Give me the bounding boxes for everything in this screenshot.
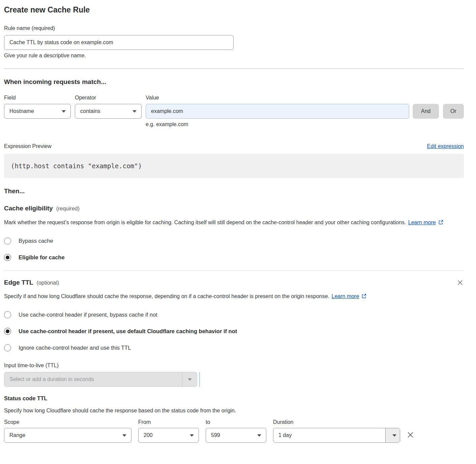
ttl-duration-placeholder: Select or add a duration in seconds xyxy=(4,372,182,386)
edit-expression-link[interactable]: Edit expression xyxy=(427,143,464,149)
scope-label: Scope xyxy=(4,419,131,425)
from-select-value: 200 xyxy=(144,432,186,438)
to-select-value: 599 xyxy=(211,432,254,438)
field-select[interactable]: Hostname xyxy=(4,104,71,119)
scope-select-value: Range xyxy=(9,432,119,438)
create-cache-rule-form: Create new Cache Rule Rule name (require… xyxy=(0,0,476,443)
status-code-ttl-row: Scope Range From 200 to 599 Duration 1 d… xyxy=(4,419,464,443)
chevron-down-icon xyxy=(190,434,194,437)
scope-select[interactable]: Range xyxy=(4,428,131,443)
or-button[interactable]: Or xyxy=(443,104,464,119)
external-link-icon xyxy=(438,219,444,228)
radio-icon xyxy=(4,311,11,318)
rule-name-label: Rule name (required) xyxy=(4,25,464,31)
cache-eligibility-qualifier: (required) xyxy=(56,206,80,212)
from-select[interactable]: 200 xyxy=(138,428,199,443)
to-select[interactable]: 599 xyxy=(206,428,266,443)
radio-cache-control-default[interactable]: Use cache-control header if present, use… xyxy=(4,328,464,335)
remove-status-ttl-icon[interactable] xyxy=(406,431,415,440)
expression-header: Expression Preview Edit expression xyxy=(4,143,464,149)
radio-cache-control-bypass[interactable]: Use cache-control header if present, byp… xyxy=(4,311,464,318)
edge-ttl-description: Specify if and how long Cloudflare shoul… xyxy=(4,292,375,302)
operator-select-value: contains xyxy=(80,108,129,114)
status-code-ttl-description: Specify how long Cloudflare should cache… xyxy=(4,406,464,415)
chevron-down-icon xyxy=(132,110,137,113)
radio-selected-icon xyxy=(4,328,11,335)
duration-select[interactable]: 1 day xyxy=(273,428,400,443)
edge-ttl-title: Edge TTL xyxy=(4,279,33,286)
field-select-value: Hostname xyxy=(9,108,58,114)
radio-selected-icon xyxy=(4,254,11,261)
expression-preview-code: (http.host contains "example.com") xyxy=(4,154,464,178)
chevron-down-icon xyxy=(385,428,400,442)
expression-preview-label: Expression Preview xyxy=(4,143,52,149)
cache-eligibility-title: Cache eligibility xyxy=(4,205,53,212)
value-help: e.g. example.com xyxy=(146,121,409,127)
edge-ttl-qualifier: (optional) xyxy=(37,280,59,286)
status-code-ttl-title: Status code TTL xyxy=(4,395,464,402)
external-link-icon xyxy=(361,292,367,302)
value-label: Value xyxy=(146,94,409,101)
rule-name-help: Give your rule a descriptive name. xyxy=(4,53,464,59)
from-label: From xyxy=(138,419,199,425)
close-icon[interactable] xyxy=(456,279,464,287)
chevron-down-icon xyxy=(182,372,197,386)
radio-eligible-for-cache[interactable]: Eligible for cache xyxy=(4,254,464,261)
learn-more-link[interactable]: Learn more xyxy=(332,293,359,299)
divider xyxy=(4,68,464,69)
learn-more-link[interactable]: Learn more xyxy=(408,220,436,225)
duration-label: Duration xyxy=(273,419,400,425)
ttl-duration-select[interactable]: Select or add a duration in seconds xyxy=(4,372,197,387)
chevron-down-icon xyxy=(62,110,66,113)
operator-select[interactable]: contains xyxy=(75,104,142,119)
then-heading: Then... xyxy=(4,187,464,195)
cache-eligibility-header: Cache eligibility (required) xyxy=(4,205,464,212)
field-label: Field xyxy=(4,94,71,101)
radio-bypass-cache[interactable]: Bypass cache xyxy=(4,237,464,244)
to-label: to xyxy=(206,419,266,425)
divider xyxy=(4,270,464,271)
radio-icon xyxy=(4,237,11,244)
ttl-input-row: Select or add a duration in seconds xyxy=(4,372,464,387)
chevron-down-icon xyxy=(257,434,261,437)
value-input[interactable] xyxy=(146,104,409,119)
ttl-input-label: Input time-to-live (TTL) xyxy=(4,362,464,369)
rule-name-group: Rule name (required) Give your rule a de… xyxy=(4,25,464,59)
edge-ttl-header: Edge TTL (optional) xyxy=(4,279,464,287)
focus-caret xyxy=(199,372,200,387)
chevron-down-icon xyxy=(122,434,126,437)
radio-icon xyxy=(4,344,11,351)
match-heading: When incoming requests match... xyxy=(4,78,464,86)
cache-eligibility-description: Mark whether the request’s response from… xyxy=(4,218,457,228)
duration-select-value: 1 day xyxy=(273,428,385,442)
operator-label: Operator xyxy=(75,94,142,101)
radio-ignore-cache-control[interactable]: Ignore cache-control header and use this… xyxy=(4,344,464,351)
rule-name-input[interactable] xyxy=(4,35,234,50)
match-row: Field Hostname Operator contains Value e… xyxy=(4,94,464,127)
page-title: Create new Cache Rule xyxy=(4,5,464,15)
and-button[interactable]: And xyxy=(413,104,439,119)
